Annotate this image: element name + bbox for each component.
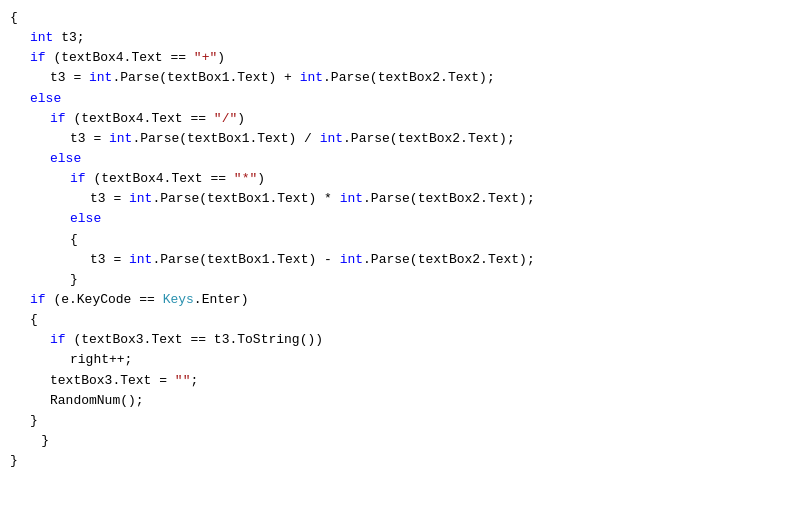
code-line: else: [0, 89, 792, 109]
code-line: if (textBox3.Text == t3.ToString()): [0, 330, 792, 350]
code-line: {: [0, 230, 792, 250]
code-line: }: [0, 270, 792, 290]
code-line: else: [0, 209, 792, 229]
code-line: t3 = int.Parse(textBox1.Text) + int.Pars…: [0, 68, 792, 88]
code-line: }: [0, 431, 792, 451]
code-line: t3 = int.Parse(textBox1.Text) - int.Pars…: [0, 250, 792, 270]
code-line: RandomNum();: [0, 391, 792, 411]
code-line: right++;: [0, 350, 792, 370]
code-line: int t3;: [0, 28, 792, 48]
code-line: textBox3.Text = "";: [0, 371, 792, 391]
code-line: t3 = int.Parse(textBox1.Text) / int.Pars…: [0, 129, 792, 149]
code-line: }: [0, 451, 792, 471]
code-line: {: [0, 310, 792, 330]
code-line: t3 = int.Parse(textBox1.Text) * int.Pars…: [0, 189, 792, 209]
code-line: if (textBox4.Text == "/"): [0, 109, 792, 129]
code-line: if (e.KeyCode == Keys.Enter): [0, 290, 792, 310]
code-line: else: [0, 149, 792, 169]
code-line: if (textBox4.Text == "*"): [0, 169, 792, 189]
code-line: {: [0, 8, 792, 28]
code-editor: {int t3;if (textBox4.Text == "+")t3 = in…: [0, 0, 792, 530]
code-line: }: [0, 411, 792, 431]
code-line: if (textBox4.Text == "+"): [0, 48, 792, 68]
